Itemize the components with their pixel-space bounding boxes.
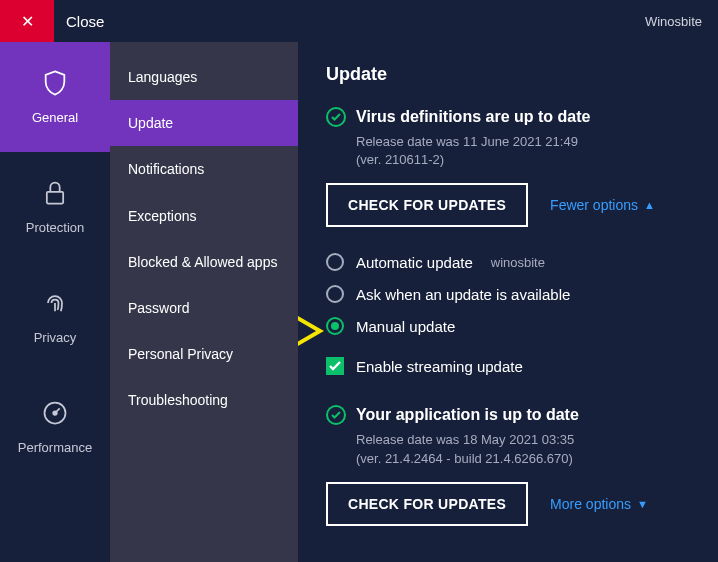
checkbox-streaming-update[interactable]: Enable streaming update — [326, 357, 690, 375]
more-options-link[interactable]: More options ▼ — [550, 496, 648, 512]
subnav-item-password[interactable]: Password — [110, 285, 298, 331]
update-options: Automatic update winosbite Ask when an u… — [326, 253, 690, 375]
subnav-item-exceptions[interactable]: Exceptions — [110, 193, 298, 239]
check-circle-icon — [326, 107, 346, 127]
radio-icon — [326, 285, 344, 303]
toggle-label: Fewer options — [550, 197, 638, 213]
virus-defs-release: Release date was 11 June 2021 21:49 — [356, 133, 690, 151]
option-label: Enable streaming update — [356, 358, 523, 375]
rail-item-general[interactable]: General — [0, 42, 110, 152]
chevron-up-icon: ▲ — [644, 199, 655, 211]
rail-label: Protection — [26, 220, 85, 235]
subnav-item-languages[interactable]: Languages — [110, 54, 298, 100]
rail-item-protection[interactable]: Protection — [0, 152, 110, 262]
fewer-options-link[interactable]: Fewer options ▲ — [550, 197, 655, 213]
app-version: (ver. 21.4.2464 - build 21.4.6266.670) — [356, 450, 690, 468]
app-status: Your application is up to date Release d… — [326, 405, 690, 467]
gauge-icon — [41, 399, 69, 430]
virus-defs-status: Virus definitions are up to date Release… — [326, 107, 690, 169]
rail-item-privacy[interactable]: Privacy — [0, 262, 110, 372]
close-label: Close — [66, 13, 104, 30]
check-updates-app-button[interactable]: CHECK FOR UPDATES — [326, 482, 528, 526]
subnav-item-notifications[interactable]: Notifications — [110, 146, 298, 192]
watermark-inline: winosbite — [491, 255, 545, 270]
app-status-title: Your application is up to date — [356, 406, 579, 424]
virus-defs-title: Virus definitions are up to date — [356, 108, 590, 126]
close-button[interactable]: ✕ — [0, 0, 54, 42]
radio-ask-update[interactable]: Ask when an update is available — [326, 285, 690, 303]
content-pane: Update Virus definitions are up to date … — [298, 42, 718, 562]
svg-point-2 — [53, 411, 57, 415]
radio-icon — [326, 253, 344, 271]
virus-defs-version: (ver. 210611-2) — [356, 151, 690, 169]
rail-item-performance[interactable]: Performance — [0, 372, 110, 482]
svg-rect-0 — [47, 192, 63, 204]
page-title: Update — [326, 64, 690, 85]
app-release: Release date was 18 May 2021 03:35 — [356, 431, 690, 449]
option-label: Manual update — [356, 318, 455, 335]
lock-icon — [41, 179, 69, 210]
fingerprint-icon — [41, 289, 69, 320]
toggle-label: More options — [550, 496, 631, 512]
subnav-item-update[interactable]: Update — [110, 100, 298, 146]
chevron-down-icon: ▼ — [637, 498, 648, 510]
checkbox-checked-icon — [326, 357, 344, 375]
option-label: Ask when an update is available — [356, 286, 570, 303]
subnav-item-blocked-allowed[interactable]: Blocked & Allowed apps — [110, 239, 298, 285]
rail-label: General — [32, 110, 78, 125]
check-circle-icon — [326, 405, 346, 425]
option-label: Automatic update — [356, 254, 473, 271]
shield-icon — [41, 69, 69, 100]
subnav-item-troubleshooting[interactable]: Troubleshooting — [110, 377, 298, 423]
titlebar: ✕ Close Winosbite — [0, 0, 718, 42]
radio-manual-update[interactable]: Manual update — [326, 317, 690, 335]
watermark-text: Winosbite — [645, 14, 702, 29]
arrow-annotation — [298, 303, 326, 359]
primary-sidebar: General Protection Privacy Performance — [0, 42, 110, 562]
rail-label: Performance — [18, 440, 92, 455]
radio-automatic-update[interactable]: Automatic update winosbite — [326, 253, 690, 271]
secondary-sidebar: Languages Update Notifications Exception… — [110, 42, 298, 562]
rail-label: Privacy — [34, 330, 77, 345]
close-icon: ✕ — [21, 12, 34, 31]
check-updates-virus-button[interactable]: CHECK FOR UPDATES — [326, 183, 528, 227]
subnav-item-personal-privacy[interactable]: Personal Privacy — [110, 331, 298, 377]
radio-selected-icon — [326, 317, 344, 335]
